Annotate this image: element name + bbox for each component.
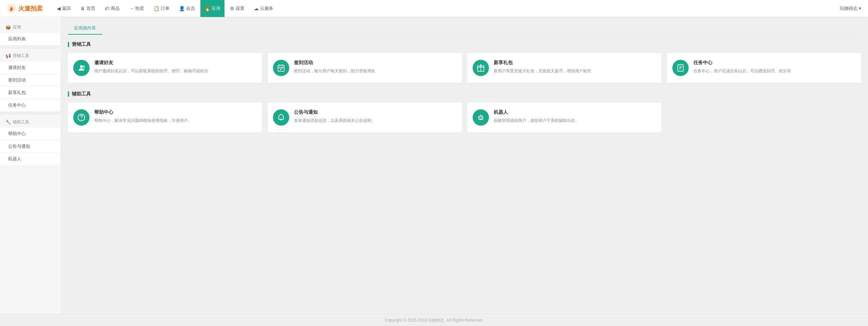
svg-rect-6: [678, 65, 683, 71]
sidebar-divider-2: [0, 112, 61, 115]
sidebar-divider-1: [0, 46, 61, 49]
svg-point-11: [481, 117, 482, 118]
svg-point-1: [80, 65, 83, 68]
svg-rect-3: [278, 65, 284, 71]
card-robot-desc: 创建管理虚拟用户，虚拟用户于系统辅助出价。: [494, 117, 656, 124]
card-notice-body: 公告与通知 发布通知消息信息，以及系统相关公告说明。: [294, 109, 456, 124]
product-icon: 🏷: [105, 6, 110, 11]
content-tabs: 应用插件库: [68, 22, 861, 35]
nav-back[interactable]: ◀ 返回: [53, 0, 75, 17]
app-section-icon: 📦: [5, 25, 11, 30]
card-checkin[interactable]: 签到活动 签到活动，吸引用户每天签到，助力营收增长: [268, 53, 462, 83]
auction-icon: →: [129, 6, 134, 11]
nav-app[interactable]: 🔥 应用: [200, 0, 224, 17]
card-checkin-body: 签到活动 签到活动，吸引用户每天签到，助力营收增长: [294, 60, 456, 74]
sidebar-section-aux: 🔧 辅助工具: [0, 115, 61, 128]
card-checkin-icon: [273, 60, 289, 76]
card-gift-title: 新享礼包: [494, 60, 656, 66]
card-notice[interactable]: 公告与通知 发布通知消息信息，以及系统相关公告说明。: [268, 103, 462, 132]
member-icon: 👤: [179, 6, 185, 11]
card-help-icon: [73, 109, 90, 126]
aux-section-header: 辅助工具: [68, 91, 861, 97]
card-task-body: 任务中心 任务中心，用户完成任务以后，可以赠送拍币、积分等: [693, 60, 856, 74]
card-invite-title: 邀请好友: [94, 60, 257, 66]
settings-icon: ⚙: [230, 6, 234, 11]
store-dropdown[interactable]: 玩物得志 ▾: [840, 5, 861, 12]
card-help-title: 帮助中心: [94, 109, 257, 115]
sidebar-item-help[interactable]: 帮助中心: [0, 128, 61, 140]
card-robot-body: 机器人 创建管理虚拟用户，虚拟用户于系统辅助出价。: [494, 109, 656, 124]
footer: Copyright © 2015-2018 玩物得志. All Rights R…: [0, 314, 868, 326]
card-invite[interactable]: 邀请好友 用户邀请好友以后，可以获取系统的拍币、增币、购物币或积分: [68, 53, 262, 83]
topnav: 火速拍卖 ◀ 返回 🖥 首页 🏷 商品 → 拍卖 📋 订单 👤 会员 🔥 应用: [0, 0, 868, 17]
card-notice-desc: 发布通知消息信息，以及系统相关公告说明。: [294, 117, 456, 124]
card-invite-desc: 用户邀请好友以后，可以获取系统的拍币、增币、购物币或积分: [94, 68, 257, 74]
aux-cards-grid: 帮助中心 帮助中心，解决常见问题和模块使用指南，方便用户。 公告与通知 发布通知…: [68, 103, 861, 132]
nav-right: 玩物得志 ▾: [840, 5, 861, 12]
sidebar-item-task[interactable]: 任务中心: [0, 99, 61, 112]
nav-home[interactable]: 🖥 首页: [76, 0, 99, 17]
marketing-section-header: 营销工具: [68, 41, 861, 48]
home-icon: 🖥: [80, 6, 85, 11]
sidebar-section-marketing: 📢 营销工具: [0, 49, 61, 61]
sidebar-item-robot[interactable]: 机器人: [0, 153, 61, 165]
marketing-cards-grid: 邀请好友 用户邀请好友以后，可以获取系统的拍币、增币、购物币或积分 签到活动 签…: [68, 53, 861, 83]
svg-point-10: [479, 117, 480, 118]
nav-auction[interactable]: → 拍卖: [125, 0, 148, 17]
cloud-icon: ☁: [254, 6, 259, 11]
card-notice-icon: [273, 109, 289, 126]
dropdown-arrow-icon: ▾: [859, 6, 861, 11]
sidebar: 📦 应用 应用列表 📢 营销工具 邀请好友 签到活动 新享礼包 任务中心 🔧 辅…: [0, 17, 61, 314]
nav-items: ◀ 返回 🖥 首页 🏷 商品 → 拍卖 📋 订单 👤 会员 🔥 应用 ⚙: [53, 0, 840, 17]
logo[interactable]: 火速拍卖: [7, 4, 43, 13]
card-invite-icon: [73, 60, 90, 76]
svg-point-2: [83, 66, 85, 68]
card-robot-title: 机器人: [494, 109, 656, 115]
nav-member[interactable]: 👤 会员: [175, 0, 199, 17]
card-gift[interactable]: 新享礼包 新用户享受充值大礼包，充值按天返币，增加用户粘性: [467, 53, 662, 83]
sidebar-item-notice[interactable]: 公告与通知: [0, 140, 61, 153]
nav-order[interactable]: 📋 订单: [150, 0, 174, 17]
card-gift-icon: [473, 60, 489, 76]
card-gift-body: 新享礼包 新用户享受充值大礼包，充值按天返币，增加用户粘性: [494, 60, 656, 74]
card-help-desc: 帮助中心，解决常见问题和模块使用指南，方便用户。: [94, 117, 257, 124]
nav-settings[interactable]: ⚙ 设置: [226, 0, 249, 17]
tab-plugin-library[interactable]: 应用插件库: [68, 22, 102, 35]
card-task-icon: [672, 60, 689, 76]
card-task[interactable]: 任务中心 任务中心，用户完成任务以后，可以赠送拍币、积分等: [667, 53, 861, 83]
card-notice-title: 公告与通知: [294, 109, 456, 115]
content-area: 应用插件库 营销工具 邀请好友 用户邀请好友以后，: [61, 17, 868, 314]
card-robot[interactable]: 机器人 创建管理虚拟用户，虚拟用户于系统辅助出价。: [467, 103, 662, 132]
sidebar-section-app: 📦 应用: [0, 20, 61, 33]
sidebar-item-checkin[interactable]: 签到活动: [0, 74, 61, 87]
card-checkin-title: 签到活动: [294, 60, 456, 66]
card-gift-desc: 新用户享受充值大礼包，充值按天返币，增加用户粘性: [494, 68, 656, 74]
section-bar-aux: [68, 91, 69, 97]
order-icon: 📋: [154, 6, 159, 11]
aux-section-icon: 🔧: [5, 120, 11, 125]
app-icon: 🔥: [204, 6, 210, 11]
marketing-section-icon: 📢: [5, 53, 11, 58]
card-task-title: 任务中心: [693, 60, 856, 66]
svg-point-8: [81, 119, 82, 120]
nav-cloud[interactable]: ☁ 云服务: [250, 0, 277, 17]
card-checkin-desc: 签到活动，吸引用户每天签到，助力营收增长: [294, 68, 456, 74]
card-robot-icon: [473, 109, 489, 126]
nav-product[interactable]: 🏷 商品: [101, 0, 124, 17]
card-task-desc: 任务中心，用户完成任务以后，可以赠送拍币、积分等: [693, 68, 856, 74]
card-invite-body: 邀请好友 用户邀请好友以后，可以获取系统的拍币、增币、购物币或积分: [94, 60, 257, 74]
main-layout: 📦 应用 应用列表 📢 营销工具 邀请好友 签到活动 新享礼包 任务中心 🔧 辅…: [0, 17, 868, 314]
card-help-body: 帮助中心 帮助中心，解决常见问题和模块使用指南，方便用户。: [94, 109, 257, 124]
sidebar-item-invite[interactable]: 邀请好友: [0, 61, 61, 74]
back-icon: ◀: [57, 6, 61, 11]
card-help[interactable]: 帮助中心 帮助中心，解决常见问题和模块使用指南，方便用户。: [68, 103, 262, 132]
section-bar-marketing: [68, 42, 69, 47]
sidebar-item-app-list[interactable]: 应用列表: [0, 33, 61, 46]
sidebar-item-gift[interactable]: 新享礼包: [0, 87, 61, 99]
